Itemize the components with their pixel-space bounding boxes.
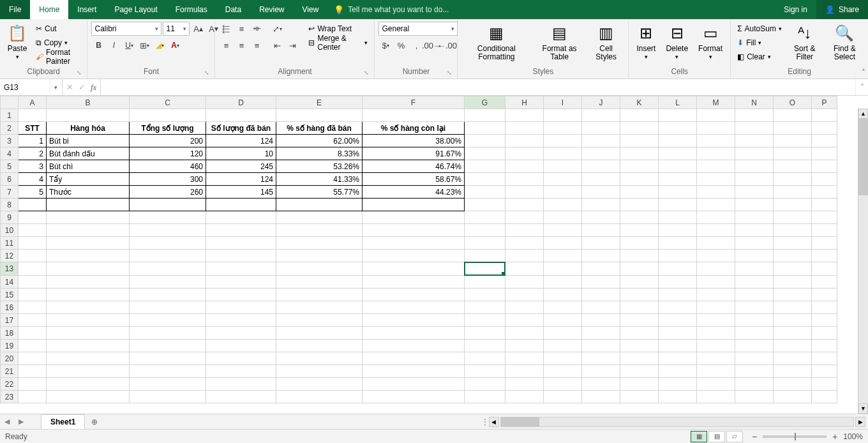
- cell-E22[interactable]: [276, 378, 363, 391]
- col-header-J[interactable]: J: [582, 96, 620, 109]
- cell-F15[interactable]: [363, 289, 465, 301]
- cell-O12[interactable]: [774, 250, 812, 262]
- cell-M9[interactable]: [697, 211, 735, 224]
- cell-E2[interactable]: % số hàng đã bán: [276, 122, 363, 135]
- tab-home[interactable]: Home: [30, 0, 68, 19]
- cell-H4[interactable]: [505, 147, 544, 160]
- number-format-select[interactable]: General▾: [378, 22, 458, 36]
- cell-P11[interactable]: [812, 237, 837, 250]
- cell-J8[interactable]: [582, 199, 620, 211]
- decrease-indent-button[interactable]: ⇤: [270, 38, 284, 52]
- font-launcher[interactable]: ⤡: [204, 70, 209, 76]
- cell-H2[interactable]: [505, 122, 544, 135]
- col-header-A[interactable]: A: [19, 96, 47, 109]
- cell-E18[interactable]: [276, 327, 363, 340]
- row-header-12[interactable]: 12: [1, 250, 19, 262]
- cell-F2[interactable]: % số hàng còn lại: [363, 122, 465, 135]
- cell-B13[interactable]: [47, 262, 130, 276]
- cell-K20[interactable]: [620, 352, 659, 365]
- tab-view[interactable]: View: [294, 0, 328, 19]
- cell-D19[interactable]: [206, 340, 276, 352]
- cell-J11[interactable]: [582, 237, 620, 250]
- cell-A10[interactable]: [19, 224, 47, 237]
- cell-I15[interactable]: [544, 289, 582, 301]
- enter-formula-button[interactable]: ✓: [79, 82, 86, 92]
- bold-button[interactable]: B: [91, 38, 105, 52]
- cell-B12[interactable]: [47, 250, 130, 262]
- scroll-left-button[interactable]: ◀: [489, 417, 499, 427]
- cell-G21[interactable]: [465, 365, 505, 378]
- cell-H15[interactable]: [505, 289, 544, 301]
- cell-C8[interactable]: [130, 199, 206, 211]
- cell-C10[interactable]: [130, 224, 206, 237]
- row-header-9[interactable]: 9: [1, 211, 19, 224]
- cell-H20[interactable]: [505, 352, 544, 365]
- cell-A6[interactable]: 4: [19, 173, 47, 186]
- cell-I20[interactable]: [544, 352, 582, 365]
- cell-I3[interactable]: [544, 135, 582, 147]
- cell-E3[interactable]: 62.00%: [276, 135, 363, 147]
- cell-A15[interactable]: [19, 289, 47, 301]
- cell-I10[interactable]: [544, 224, 582, 237]
- cell-P13[interactable]: [812, 262, 837, 276]
- align-bottom-button[interactable]: ⬲: [250, 22, 264, 36]
- col-header-I[interactable]: I: [544, 96, 582, 109]
- cell-I19[interactable]: [544, 340, 582, 352]
- cell-A4[interactable]: 2: [19, 147, 47, 160]
- cell-O13[interactable]: [774, 262, 812, 276]
- cell-E6[interactable]: 41.33%: [276, 173, 363, 186]
- cell-G16[interactable]: [465, 301, 505, 314]
- cell-E19[interactable]: [276, 340, 363, 352]
- cell-H17[interactable]: [505, 314, 544, 327]
- cell-K5[interactable]: [620, 160, 659, 173]
- cell-C5[interactable]: 460: [130, 160, 206, 173]
- add-sheet-button[interactable]: ⊕: [85, 414, 104, 429]
- cell-N22[interactable]: [735, 378, 774, 391]
- zoom-out-button[interactable]: −: [750, 432, 759, 442]
- cell-K9[interactable]: [620, 211, 659, 224]
- cell-F17[interactable]: [363, 314, 465, 327]
- cell-I23[interactable]: [544, 391, 582, 403]
- align-middle-button[interactable]: ≡: [234, 22, 248, 36]
- sheet-nav-prev[interactable]: ◀: [0, 414, 14, 429]
- cell-E7[interactable]: 55.77%: [276, 186, 363, 199]
- decrease-decimal-button[interactable]: ←.00: [440, 38, 454, 52]
- cell-L13[interactable]: [659, 262, 697, 276]
- cell-G11[interactable]: [465, 237, 505, 250]
- cell-I1[interactable]: [544, 109, 582, 122]
- cell-L4[interactable]: [659, 147, 697, 160]
- cell-J17[interactable]: [582, 314, 620, 327]
- cell-A23[interactable]: [19, 391, 47, 403]
- cell-N13[interactable]: [735, 262, 774, 276]
- cell-B11[interactable]: [47, 237, 130, 250]
- cell-F22[interactable]: [363, 378, 465, 391]
- cell-J5[interactable]: [582, 160, 620, 173]
- cell-B9[interactable]: [47, 211, 130, 224]
- clipboard-launcher[interactable]: ⤡: [77, 70, 82, 76]
- cell-A1[interactable]: [19, 109, 47, 122]
- cell-H14[interactable]: [505, 276, 544, 289]
- cell-B8[interactable]: [47, 199, 130, 211]
- cell-E8[interactable]: [276, 199, 363, 211]
- cell-F6[interactable]: 58.67%: [363, 173, 465, 186]
- cell-E21[interactable]: [276, 365, 363, 378]
- cell-M11[interactable]: [697, 237, 735, 250]
- cell-O3[interactable]: [774, 135, 812, 147]
- cell-L1[interactable]: [659, 109, 697, 122]
- cancel-formula-button[interactable]: ✕: [66, 82, 73, 92]
- cell-H21[interactable]: [505, 365, 544, 378]
- cell-B6[interactable]: Tẩy: [47, 173, 130, 186]
- row-header-2[interactable]: 2: [1, 122, 19, 135]
- tab-file[interactable]: File: [0, 0, 30, 19]
- number-launcher[interactable]: ⤡: [447, 70, 452, 76]
- cell-C6[interactable]: 300: [130, 173, 206, 186]
- cell-D9[interactable]: [206, 211, 276, 224]
- cell-I21[interactable]: [544, 365, 582, 378]
- cell-P15[interactable]: [812, 289, 837, 301]
- cell-B2[interactable]: Hàng hóa: [47, 122, 130, 135]
- cell-J6[interactable]: [582, 173, 620, 186]
- cell-A22[interactable]: [19, 378, 47, 391]
- cell-G3[interactable]: [465, 135, 505, 147]
- cell-N18[interactable]: [735, 327, 774, 340]
- cell-B15[interactable]: [47, 289, 130, 301]
